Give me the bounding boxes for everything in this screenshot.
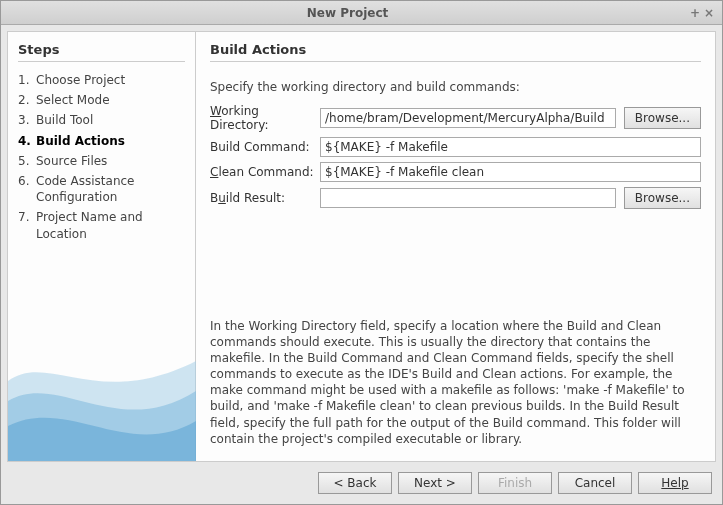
step-source-files: 5. Source Files: [18, 151, 185, 171]
help-text: In the Working Directory field, specify …: [210, 318, 701, 448]
step-number: 4.: [18, 133, 36, 149]
button-label: Cancel: [575, 476, 616, 490]
button-label: Browse...: [635, 111, 690, 125]
wizard-content: Steps 1. Choose Project 2. Select Mode 3…: [7, 31, 716, 462]
working-directory-browse-button[interactable]: Browse...: [624, 107, 701, 129]
step-project-name: 7. Project Name and Location: [18, 207, 185, 243]
clean-command-input[interactable]: [320, 162, 701, 182]
steps-sidebar: Steps 1. Choose Project 2. Select Mode 3…: [8, 32, 196, 461]
step-choose-project: 1. Choose Project: [18, 70, 185, 90]
wizard-footer: < Back Next > Finish Cancel Help: [1, 462, 722, 504]
step-label: Select Mode: [36, 92, 110, 108]
button-label: Help: [661, 476, 688, 490]
working-directory-input[interactable]: [320, 108, 616, 128]
spacer: [210, 214, 701, 318]
cancel-button[interactable]: Cancel: [558, 472, 632, 494]
button-label: Browse...: [635, 191, 690, 205]
steps-heading: Steps: [18, 42, 185, 62]
step-number: 6.: [18, 173, 36, 205]
step-select-mode: 2. Select Mode: [18, 90, 185, 110]
build-result-browse-button[interactable]: Browse...: [624, 187, 701, 209]
row-clean-command: Clean Command:: [210, 162, 701, 182]
row-build-result: Build Result: Browse...: [210, 187, 701, 209]
build-result-label: Build Result:: [210, 191, 320, 205]
step-number: 7.: [18, 209, 36, 241]
clean-command-label: Clean Command:: [210, 165, 320, 179]
build-command-label: Build Command:: [210, 140, 320, 154]
working-directory-label: Working Directory:: [210, 104, 320, 132]
button-label: Finish: [498, 476, 532, 490]
titlebar: New Project + ×: [1, 1, 722, 25]
row-working-directory: Working Directory: Browse...: [210, 104, 701, 132]
build-command-input[interactable]: [320, 137, 701, 157]
step-number: 1.: [18, 72, 36, 88]
next-button[interactable]: Next >: [398, 472, 472, 494]
finish-button: Finish: [478, 472, 552, 494]
main-panel: Build Actions Specify the working direct…: [196, 32, 715, 461]
decorative-wave: [8, 341, 196, 461]
step-label: Code Assistance Configuration: [36, 173, 185, 205]
step-label: Project Name and Location: [36, 209, 185, 241]
help-button[interactable]: Help: [638, 472, 712, 494]
step-build-tool: 3. Build Tool: [18, 110, 185, 130]
step-label: Choose Project: [36, 72, 125, 88]
page-title: Build Actions: [210, 42, 701, 62]
window-title: New Project: [7, 6, 688, 20]
steps-list: 1. Choose Project 2. Select Mode 3. Buil…: [18, 70, 185, 244]
button-label: < Back: [333, 476, 376, 490]
build-result-input[interactable]: [320, 188, 616, 208]
intro-text: Specify the working directory and build …: [210, 80, 701, 94]
step-number: 5.: [18, 153, 36, 169]
window: New Project + × Steps 1. Choose Project …: [0, 0, 723, 505]
step-label: Build Actions: [36, 133, 125, 149]
step-number: 2.: [18, 92, 36, 108]
back-button[interactable]: < Back: [318, 472, 392, 494]
step-build-actions: 4. Build Actions: [18, 131, 185, 151]
button-label: Next >: [414, 476, 456, 490]
step-code-assistance: 6. Code Assistance Configuration: [18, 171, 185, 207]
row-build-command: Build Command:: [210, 137, 701, 157]
step-label: Build Tool: [36, 112, 93, 128]
plus-icon[interactable]: +: [688, 6, 702, 20]
step-label: Source Files: [36, 153, 107, 169]
close-icon[interactable]: ×: [702, 6, 716, 20]
step-number: 3.: [18, 112, 36, 128]
